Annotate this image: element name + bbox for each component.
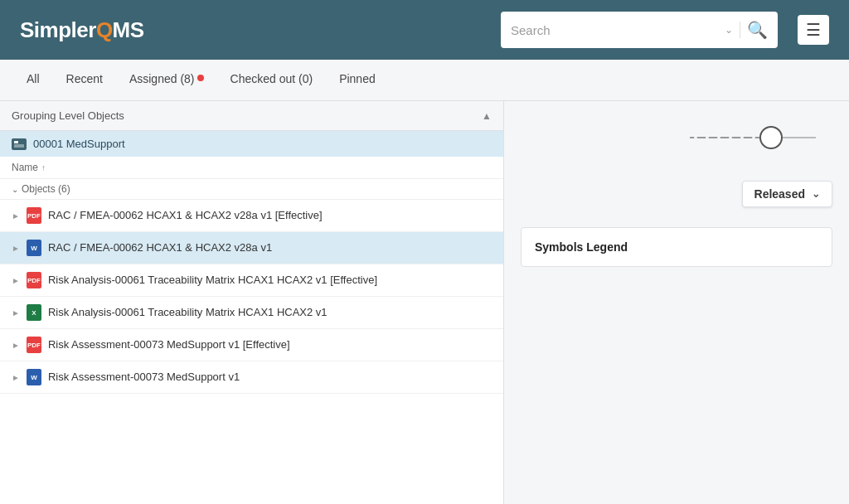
panel-header-title: Grouping Level Objects [12, 109, 124, 122]
timeline-dash [748, 137, 759, 138]
list-item[interactable]: ► W RAC / FMEA-00062 HCAX1 & HCAX2 v28a … [0, 232, 503, 264]
col-header: Name ↑ [0, 157, 503, 179]
svg-rect-2 [14, 144, 24, 148]
right-panel: Released ⌄ Symbols Legend [504, 101, 849, 504]
item-chevron-icon: ► [12, 276, 20, 285]
objects-group[interactable]: ⌄ Objects (6) [0, 179, 503, 200]
tab-pinned[interactable]: Pinned [326, 60, 389, 101]
app-header: SimplerQMS Search ⌄ 🔍 ☰ [0, 0, 849, 60]
item-label: Risk Assessment-00073 MedSupport v1 [48, 371, 492, 385]
timeline-dash [713, 137, 725, 138]
objects-chevron-icon: ⌄ [12, 185, 18, 194]
search-bar[interactable]: Search ⌄ 🔍 [501, 12, 778, 48]
timeline-dash [701, 137, 713, 138]
sort-arrow-icon: ↑ [41, 163, 46, 172]
left-panel: Grouping Level Objects ▲ 00001 MedSuppor… [0, 101, 504, 504]
symbols-legend: Symbols Legend [521, 227, 832, 267]
timeline-dash [690, 137, 701, 138]
logo-q: Q [96, 17, 113, 43]
pdf-icon: PDF [27, 337, 41, 353]
item-label: Risk Analysis-00061 Traceability Matrix … [48, 274, 492, 288]
timeline-dash [725, 137, 736, 138]
tab-recent[interactable]: Recent [53, 60, 116, 101]
item-chevron-icon: ► [12, 308, 20, 317]
item-label: RAC / FMEA-00062 HCAX1 & HCAX2 v28a v1 [… [48, 209, 492, 223]
tab-checked-out[interactable]: Checked out (0) [217, 60, 327, 101]
logo-simpler: Simpler [20, 17, 96, 43]
group-icon [12, 138, 27, 150]
app-logo: SimplerQMS [20, 17, 144, 43]
tab-assigned[interactable]: Assigned (8) [116, 60, 217, 101]
logo-ms: MS [113, 17, 144, 43]
item-label: RAC / FMEA-00062 HCAX1 & HCAX2 v28a v1 [48, 241, 492, 255]
items-list: ► PDF RAC / FMEA-00062 HCAX1 & HCAX2 v28… [0, 200, 503, 394]
timeline-area [521, 118, 832, 166]
symbols-legend-title: Symbols Legend [535, 240, 628, 254]
list-item[interactable]: ► W Risk Assessment-00073 MedSupport v1 [0, 361, 503, 394]
item-label: Risk Analysis-00061 Traceability Matrix … [48, 306, 492, 320]
timeline-node [759, 126, 783, 149]
filter-icon[interactable]: ☰ [798, 15, 829, 45]
search-icon[interactable]: 🔍 [747, 20, 768, 40]
timeline-solid-line [783, 137, 816, 138]
pdf-icon: PDF [27, 272, 41, 288]
group-name: 00001 MedSupport [33, 138, 125, 150]
item-chevron-icon: ► [12, 244, 20, 253]
pdf-icon: PDF [27, 207, 41, 224]
released-label: Released [754, 187, 805, 201]
released-badge[interactable]: Released ⌄ [742, 181, 832, 207]
panel-header: Grouping Level Objects ▲ [0, 101, 503, 131]
col-name-label: Name [12, 162, 38, 173]
item-chevron-icon: ► [12, 211, 20, 220]
list-item[interactable]: ► X Risk Analysis-00061 Traceability Mat… [0, 297, 503, 329]
search-dropdown-chevron: ⌄ [725, 24, 733, 36]
objects-label: Objects (6) [22, 183, 70, 195]
search-placeholder: Search [511, 23, 718, 37]
group-row[interactable]: 00001 MedSupport [0, 131, 503, 157]
timeline-line [690, 126, 816, 149]
collapse-arrow-icon[interactable]: ▲ [482, 110, 492, 122]
excel-icon: X [27, 304, 41, 321]
tab-all[interactable]: All [13, 60, 53, 101]
main-content: Grouping Level Objects ▲ 00001 MedSuppor… [0, 101, 849, 504]
nav-tabs: All Recent Assigned (8) Checked out (0) … [0, 60, 849, 101]
assigned-badge [197, 75, 204, 81]
item-label: Risk Assessment-00073 MedSupport v1 [Eff… [48, 338, 492, 352]
item-chevron-icon: ► [12, 373, 20, 382]
list-item[interactable]: ► PDF RAC / FMEA-00062 HCAX1 & HCAX2 v28… [0, 200, 503, 232]
list-item[interactable]: ► PDF Risk Analysis-00061 Traceability M… [0, 264, 503, 297]
item-chevron-icon: ► [12, 341, 20, 350]
timeline-dash [736, 137, 748, 138]
word-icon: W [27, 240, 41, 256]
list-item[interactable]: ► PDF Risk Assessment-00073 MedSupport v… [0, 329, 503, 361]
svg-rect-1 [14, 141, 18, 143]
search-divider [740, 22, 740, 38]
word-icon: W [27, 369, 41, 385]
released-chevron-icon: ⌄ [812, 188, 820, 200]
